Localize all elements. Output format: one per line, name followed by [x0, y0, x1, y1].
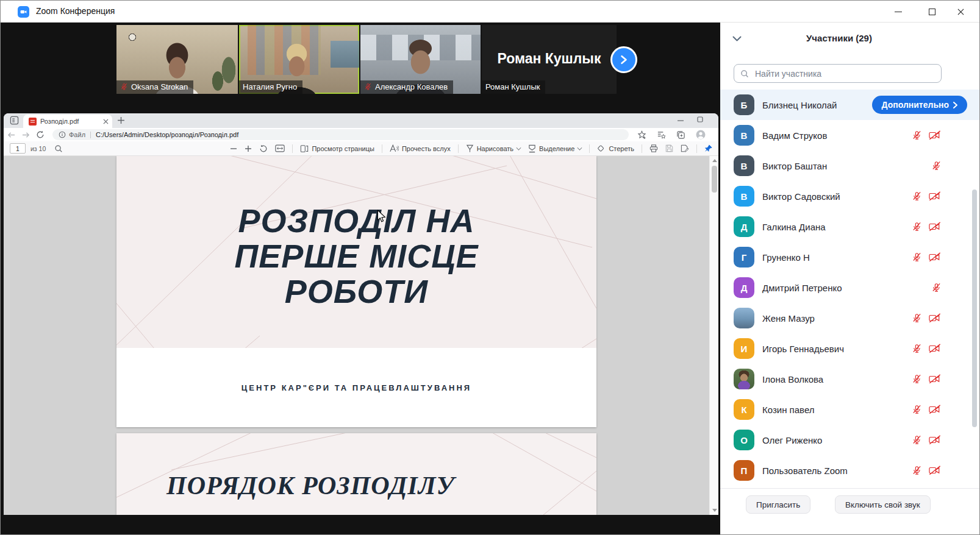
participant-avatar: К	[734, 399, 754, 420]
page-number-input[interactable]	[10, 143, 26, 154]
video-tile-2[interactable]: Наталия Ругно	[239, 25, 359, 94]
camera-off-icon	[928, 221, 942, 232]
close-button[interactable]	[946, 1, 975, 23]
participant-row[interactable]: ВВиктор Садовский	[720, 181, 980, 211]
collections-icon[interactable]	[676, 130, 685, 140]
mic-off-icon	[912, 130, 922, 141]
mic-off-icon	[120, 83, 128, 91]
pdf-viewport[interactable]: РОЗПОДІЛ НА ПЕРШЕ МІСЦЕ РОБОТИ ЦЕНТР КАР…	[4, 156, 718, 515]
save-icon[interactable]	[665, 144, 673, 152]
mic-off-icon	[912, 222, 922, 232]
invite-button[interactable]: Пригласить	[746, 495, 810, 514]
chevron-right-icon	[953, 102, 957, 108]
panel-footer: Пригласить Включить свой звук	[720, 488, 980, 535]
mic-off-icon	[912, 313, 922, 324]
participant-status-icons	[912, 465, 942, 476]
participant-avatar: П	[734, 460, 754, 481]
mic-off-icon	[912, 252, 922, 263]
video-tile-3[interactable]: Александр Ковалев	[360, 25, 481, 94]
participant-video-name: Роман Кушлык	[482, 51, 617, 67]
new-tab-button[interactable]	[117, 116, 125, 124]
highlight-button[interactable]: Выделение	[528, 144, 582, 153]
fit-to-width-icon[interactable]	[275, 144, 285, 152]
participant-row[interactable]: ООлег Риженко	[720, 425, 980, 455]
save-as-icon[interactable]	[681, 144, 689, 152]
scroll-down-arrow[interactable]	[712, 509, 717, 512]
participant-row[interactable]: Ілона Волкова	[720, 364, 980, 394]
video-tile-4[interactable]: Роман КушлыкРоман Кушлык	[482, 25, 617, 94]
participant-row[interactable]: Женя Мазур	[720, 303, 980, 333]
profile-avatar-icon[interactable]	[696, 130, 706, 140]
zoom-out-icon[interactable]	[230, 145, 237, 152]
pdf-favicon	[29, 118, 37, 126]
tab-actions-icon[interactable]	[10, 116, 19, 125]
participants-list: ББлизнец НиколайДополнительноВВадим Стру…	[720, 90, 980, 486]
tab-close-icon[interactable]	[103, 119, 109, 124]
back-icon[interactable]	[4, 131, 18, 139]
video-participant-name: Роман Кушлык	[485, 82, 540, 91]
address-bar[interactable]: Файл C:/Users/Admin/Desktop/розподіл/Роз…	[52, 129, 629, 140]
rotate-icon[interactable]	[259, 144, 268, 153]
browser-toolbar-icons	[637, 130, 706, 140]
participant-row[interactable]: ВВадим Струков	[720, 120, 980, 151]
print-icon[interactable]	[649, 144, 658, 152]
browser-tab[interactable]: Розподіл.pdf	[23, 115, 112, 128]
participant-row[interactable]: ДДмитрий Петренко	[720, 272, 980, 303]
draw-button[interactable]: Нарисовать	[466, 144, 521, 153]
minimize-button[interactable]	[884, 1, 912, 23]
mic-off-icon	[912, 435, 922, 445]
add-favorite-icon[interactable]	[637, 130, 646, 140]
more-options-button[interactable]: Дополнительно	[872, 96, 967, 114]
divider	[642, 144, 642, 153]
participant-row[interactable]: ВВиктор Баштан	[720, 151, 980, 181]
participant-status-icons	[912, 404, 942, 415]
search-document-icon[interactable]	[54, 144, 63, 153]
video-tile-1[interactable]: Oksana Strokan	[116, 25, 238, 94]
video-name-label: Наталия Ругно	[239, 80, 302, 94]
scroll-up-arrow[interactable]	[712, 159, 717, 162]
zoom-in-icon[interactable]	[245, 145, 252, 152]
divider	[382, 144, 382, 153]
participant-search[interactable]	[734, 64, 942, 83]
participant-row[interactable]: ККозин павел	[720, 394, 980, 425]
chevron-down-icon[interactable]	[517, 145, 521, 150]
maximize-button[interactable]	[918, 1, 946, 23]
refresh-icon[interactable]	[33, 130, 48, 139]
mic-off-icon	[912, 344, 922, 354]
participant-name: Виктор Садовский	[762, 191, 840, 202]
highlight-label: Выделение	[539, 145, 574, 152]
participant-row[interactable]: ББлизнец НиколайДополнительно	[720, 90, 980, 120]
unmute-button[interactable]: Включить свой звук	[835, 495, 931, 514]
page-view-label: Просмотр страницы	[312, 145, 374, 152]
scrollbar-thumb[interactable]	[712, 166, 717, 193]
participant-status-icons	[931, 283, 942, 293]
browser-minimize-button[interactable]	[677, 116, 684, 123]
pdf-scrollbar[interactable]	[709, 156, 718, 515]
participant-photo-avatar	[734, 308, 754, 328]
slide-title-line: ПЕРШЕ МІСЦЕ	[234, 238, 478, 274]
favorites-bar-icon[interactable]	[657, 130, 666, 140]
participant-name: Козин павел	[762, 405, 814, 415]
address-url: C:/Users/Admin/Desktop/розподіл/Розподіл…	[96, 131, 238, 138]
participant-status-icons	[912, 434, 942, 445]
participant-status-icons	[912, 374, 942, 384]
participants-panel: Участники (29) ББлизнец НиколайДополните…	[720, 23, 980, 535]
page-view-button[interactable]: Просмотр страницы	[300, 144, 374, 153]
zoom-app-window: Zoom Конференция Oksana StrokanНаталия Р…	[0, 0, 980, 535]
panel-scrollbar[interactable]	[972, 190, 977, 427]
participant-row[interactable]: ППользователь Zoom	[720, 455, 980, 486]
participant-status-icons	[931, 161, 942, 171]
participant-row[interactable]: ГГруненко Н	[720, 242, 980, 272]
mic-off-icon	[912, 191, 922, 202]
browser-restore-button[interactable]	[696, 116, 704, 123]
pin-toolbar-icon[interactable]	[704, 144, 712, 152]
participant-row[interactable]: ДГалкина Диана	[720, 211, 980, 242]
browser-window: Розподіл.pdf	[4, 113, 718, 515]
chevron-down-icon[interactable]	[578, 145, 582, 150]
search-input[interactable]	[754, 68, 935, 79]
participant-row[interactable]: ИИгорь Геннадьевич	[720, 333, 980, 364]
erase-button[interactable]: Стереть	[597, 144, 634, 152]
forward-icon[interactable]	[18, 131, 33, 139]
read-aloud-button[interactable]: Прочесть вслух	[390, 144, 451, 152]
pdf-tools-group: Просмотр страницы Прочесть вслух Нарисов…	[230, 144, 712, 153]
